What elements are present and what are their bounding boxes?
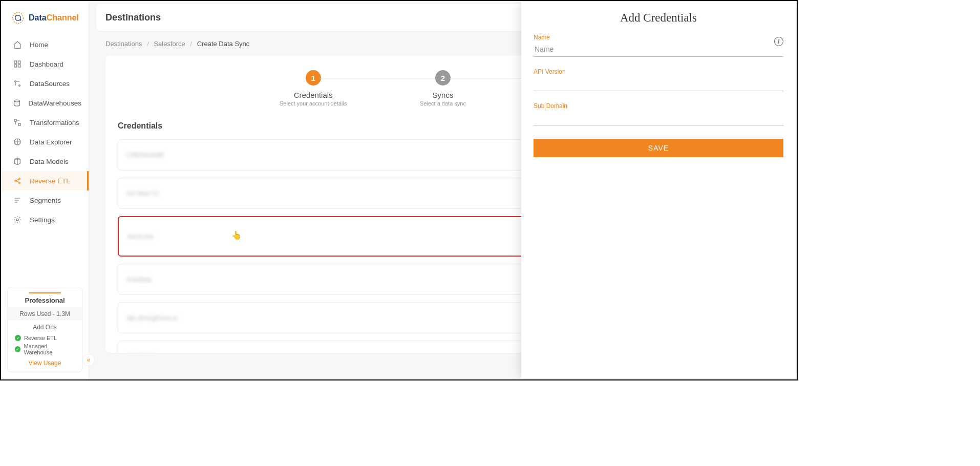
crumb-destinations[interactable]: Destinations xyxy=(105,40,142,48)
svg-point-14 xyxy=(15,180,16,182)
nav-segments[interactable]: Segments xyxy=(1,190,89,210)
svg-point-9 xyxy=(19,85,20,87)
nav-data-explorer[interactable]: Data Explorer xyxy=(1,132,89,152)
nav-warehouses[interactable]: DataWarehouses xyxy=(1,93,89,113)
check-icon: ✓ xyxy=(15,335,21,341)
svg-point-8 xyxy=(15,81,16,82)
nav-label: Transformations xyxy=(30,119,79,126)
step-credentials[interactable]: 1 Credentials Select your account detail… xyxy=(248,70,378,107)
nav-label: Home xyxy=(30,41,48,49)
svg-point-1 xyxy=(15,15,20,20)
plan-name: Professional xyxy=(13,296,77,304)
svg-rect-5 xyxy=(18,61,20,63)
field-name: Name xyxy=(534,34,783,57)
dashboard-icon xyxy=(12,59,23,69)
step-title: Syncs xyxy=(378,91,507,99)
api-version-input[interactable] xyxy=(534,76,783,91)
sidebar: DataChannel Home Dashboard DataSources D… xyxy=(1,1,89,379)
sub-domain-label: Sub Domain xyxy=(534,102,783,110)
nav-label: Data Explorer xyxy=(30,138,72,146)
svg-point-2 xyxy=(15,15,17,16)
home-icon xyxy=(12,39,23,50)
svg-rect-4 xyxy=(14,61,17,63)
datasource-icon xyxy=(12,78,23,89)
sub-domain-input[interactable] xyxy=(534,111,783,125)
models-icon xyxy=(12,156,23,166)
name-input[interactable] xyxy=(534,42,783,57)
step-sub: Select a data sync xyxy=(378,100,507,107)
nav-data-models[interactable]: Data Models xyxy=(1,152,89,171)
segments-icon xyxy=(12,195,23,205)
info-icon[interactable]: i xyxy=(774,37,783,46)
credential-name: SA New Cr xyxy=(126,189,159,197)
gear-icon xyxy=(12,215,23,225)
svg-point-15 xyxy=(19,178,20,180)
collapse-sidebar-button[interactable]: « xyxy=(82,354,95,366)
step-title: Credentials xyxy=(248,91,378,99)
credential-name: AeroLine xyxy=(127,232,154,240)
name-label: Name xyxy=(534,34,783,41)
svg-point-17 xyxy=(16,219,18,221)
transform-icon xyxy=(12,117,23,128)
credential-name: lab.strongforce.io xyxy=(126,314,178,322)
nav-label: DataSources xyxy=(30,80,70,88)
svg-rect-12 xyxy=(18,123,20,125)
reverse-etl-icon xyxy=(12,176,23,186)
nav-dashboard[interactable]: Dashboard xyxy=(1,54,89,74)
svg-point-0 xyxy=(13,13,24,24)
step-syncs[interactable]: 2 Syncs Select a data sync xyxy=(378,70,507,107)
api-version-label: API Version xyxy=(534,68,783,75)
step-num: 1 xyxy=(306,70,321,86)
nav-settings[interactable]: Settings xyxy=(1,210,89,229)
nav-label: Settings xyxy=(30,216,55,224)
nav-label: Reverse ETL xyxy=(30,177,70,185)
step-sub: Select your account details xyxy=(248,100,378,107)
svg-rect-11 xyxy=(14,119,16,121)
credential-name: SALES B xyxy=(126,352,154,353)
explorer-icon xyxy=(12,137,23,147)
rows-used: Rows Used - 1.3M xyxy=(8,307,82,321)
crumb-current: Create Data Sync xyxy=(197,40,250,48)
plan-card: Professional Rows Used - 1.3M Add Ons ✓R… xyxy=(7,287,82,372)
svg-rect-7 xyxy=(18,65,20,67)
logo-icon xyxy=(11,11,25,25)
view-usage-link[interactable]: View Usage xyxy=(13,359,77,367)
addon-item: ✓Managed Warehouse xyxy=(13,342,77,356)
addon-item: ✓Reverse ETL xyxy=(13,334,77,342)
save-button[interactable]: SAVE xyxy=(534,139,783,157)
brand-logo[interactable]: DataChannel xyxy=(1,7,89,35)
add-credentials-drawer: Add Credentials i Name API Version Sub D… xyxy=(521,2,796,378)
nav-label: Dashboard xyxy=(30,60,63,68)
credential-name: Subdata xyxy=(126,276,151,283)
svg-point-16 xyxy=(19,182,20,184)
nav-label: DataWarehouses xyxy=(28,99,81,107)
brand-text-2: Channel xyxy=(47,13,79,22)
warehouse-icon xyxy=(12,98,21,108)
brand-text-1: Data xyxy=(29,13,47,22)
nav-list: Home Dashboard DataSources DataWarehouse… xyxy=(1,35,89,229)
svg-point-10 xyxy=(14,100,19,102)
nav-transformations[interactable]: Transformations xyxy=(1,113,89,132)
credentials-heading: Credentials xyxy=(118,121,162,131)
nav-home[interactable]: Home xyxy=(1,35,89,54)
check-icon: ✓ xyxy=(15,346,20,352)
svg-rect-6 xyxy=(14,65,17,67)
crumb-salesforce[interactable]: Salesforce xyxy=(154,40,185,48)
nav-label: Data Models xyxy=(30,158,69,165)
drawer-title: Add Credentials xyxy=(534,11,783,25)
field-api-version: API Version xyxy=(534,68,783,91)
nav-label: Segments xyxy=(30,197,61,204)
svg-point-3 xyxy=(20,19,22,21)
page-title: Destinations xyxy=(105,12,161,23)
step-num: 2 xyxy=(435,70,451,86)
credential-name: CREDNAME xyxy=(126,151,164,159)
nav-datasources[interactable]: DataSources xyxy=(1,74,89,93)
addons-heading: Add Ons xyxy=(13,321,77,334)
nav-reverse-etl[interactable]: Reverse ETL xyxy=(1,171,89,190)
field-sub-domain: Sub Domain xyxy=(534,102,783,125)
